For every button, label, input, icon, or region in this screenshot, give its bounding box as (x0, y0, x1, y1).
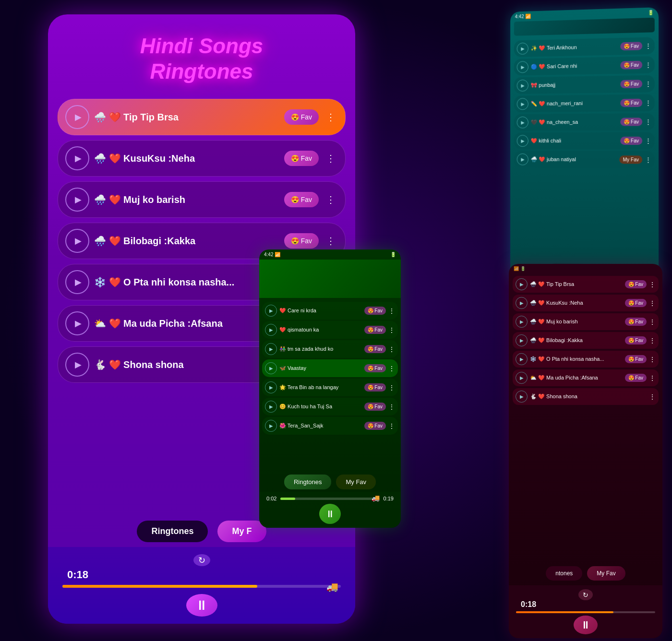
dark-fav-2[interactable]: 😍 Fav (625, 299, 647, 307)
teal-fav-2[interactable]: 😍 Fav (620, 61, 642, 70)
dark-fav-3[interactable]: 😍 Fav (625, 318, 647, 326)
dark-pause-btn[interactable]: ⏸ (574, 616, 598, 634)
play-button-2[interactable] (65, 146, 89, 170)
green-play-3[interactable]: ▶ (265, 343, 277, 355)
more-button-1[interactable]: ⋮ (324, 111, 338, 123)
fav-button-2[interactable]: 😍 Fav (284, 151, 319, 166)
teal-play-1[interactable]: ▶ (517, 43, 528, 55)
green-pause-btn[interactable]: ⏸ (319, 504, 341, 524)
play-button-1[interactable] (65, 105, 89, 129)
green-play-4[interactable]: ▶ (265, 362, 277, 374)
fav-button-4[interactable]: 😍 Fav (284, 233, 319, 249)
teal-play-7[interactable]: ▶ (517, 154, 528, 166)
teal-more-6[interactable]: ⋮ (645, 137, 651, 144)
dark-more-3[interactable]: ⋮ (649, 318, 656, 326)
dark-more-5[interactable]: ⋮ (649, 356, 656, 363)
pause-button[interactable]: ⏸ (186, 594, 217, 617)
dark-time: 0:18 (521, 600, 536, 609)
dark-more-1[interactable]: ⋮ (649, 281, 656, 288)
teal-more-4[interactable]: ⋮ (645, 99, 651, 107)
progress-fill (62, 585, 257, 588)
dark-play-3[interactable]: ▶ (516, 316, 528, 328)
teal-more-5[interactable]: ⋮ (645, 118, 651, 126)
green-ringtones-btn[interactable]: Ringtones (284, 475, 332, 489)
teal-more-1[interactable]: ⋮ (645, 42, 651, 50)
green-fav-1[interactable]: 😍 Fav (364, 307, 386, 315)
green-play-1[interactable]: ▶ (265, 305, 277, 317)
teal-fav-3[interactable]: 😍 Fav (620, 80, 642, 88)
green-fav-3[interactable]: 😍 Fav (364, 345, 386, 353)
play-button-5[interactable] (65, 270, 89, 294)
play-button-4[interactable] (65, 229, 89, 253)
dark-more-6[interactable]: ⋮ (649, 374, 656, 382)
teal-more-2[interactable]: ⋮ (645, 61, 651, 69)
teal-fav-4[interactable]: 😍 Fav (620, 99, 642, 107)
dark-play-4[interactable]: ▶ (516, 334, 528, 346)
fav-button-1[interactable]: 😍 Fav (284, 109, 319, 125)
green-play-2[interactable]: ▶ (265, 324, 277, 336)
green-play-7[interactable]: ▶ (265, 420, 277, 432)
dark-fav-1[interactable]: 😍 Fav (625, 280, 647, 288)
green-progress-bar[interactable]: 🚚 (280, 498, 379, 500)
dark-refresh-btn[interactable]: ↻ (578, 589, 593, 600)
teal-fav-5[interactable]: 😍 Fav (620, 118, 642, 126)
dark-song-2: ▶ 🌧️ ❤️ KusuKsu :Neha 😍 Fav ⋮ (513, 295, 659, 311)
teal-more-7[interactable]: ⋮ (645, 156, 651, 164)
dark-song-3: ▶ 🌧️ ❤️ Muj ko barish 😍 Fav ⋮ (513, 313, 659, 330)
dark-more-4[interactable]: ⋮ (649, 337, 656, 344)
teal-fav-my[interactable]: My Fav (620, 155, 643, 164)
fav-button-3[interactable]: 😍 Fav (284, 192, 319, 207)
dark-play-7[interactable]: ▶ (516, 391, 528, 403)
green-phone-screen: 4:42 📶 🔋 ▶ ❤️ Care ni krda 😍 Fav ⋮ ▶ ❤️ … (259, 249, 401, 528)
dark-more-2[interactable]: ⋮ (649, 299, 656, 307)
more-button-4[interactable]: ⋮ (324, 235, 338, 247)
green-fav-6[interactable]: 😍 Fav (364, 403, 386, 411)
dark-fav-5[interactable]: 😍 Fav (625, 355, 647, 363)
dark-play-6[interactable]: ▶ (516, 372, 528, 384)
teal-fav-1[interactable]: 😍 Fav (620, 42, 642, 50)
green-fav-7[interactable]: 😍 Fav (364, 422, 386, 430)
play-button-3[interactable] (65, 188, 89, 212)
green-song-5: ▶ 🌟 Tera Bin ab na langay 😍 Fav ⋮ (262, 379, 398, 396)
dark-play-1[interactable]: ▶ (516, 278, 528, 290)
green-more-3[interactable]: ⋮ (388, 345, 395, 353)
green-more-1[interactable]: ⋮ (388, 307, 395, 315)
teal-fav-6[interactable]: 😍 Fav (620, 137, 642, 145)
play-button-7[interactable] (65, 353, 89, 377)
green-more-5[interactable]: ⋮ (388, 384, 395, 392)
green-myfav-btn[interactable]: My Fav (336, 475, 376, 489)
teal-song-6: ▶ ❤️ kithli chali 😍 Fav ⋮ (514, 132, 655, 150)
teal-play-3[interactable]: ▶ (517, 80, 528, 92)
dark-myfav-btn[interactable]: My Fav (587, 566, 625, 581)
progress-bar[interactable]: 🚚 (62, 585, 341, 588)
green-play-5[interactable]: ▶ (265, 381, 277, 393)
teal-play-2[interactable]: ▶ (517, 61, 528, 73)
dark-progress-bar[interactable] (516, 611, 655, 613)
green-title-2: ❤️ qismatoun ka (279, 327, 362, 333)
green-more-7[interactable]: ⋮ (388, 422, 395, 430)
ringtones-nav-btn[interactable]: Ringtones (137, 521, 208, 542)
play-button-6[interactable] (65, 311, 89, 335)
green-fav-4[interactable]: 😍 Fav (364, 364, 386, 372)
green-fav-2[interactable]: 😍 Fav (364, 326, 386, 334)
green-more-6[interactable]: ⋮ (388, 403, 395, 411)
teal-play-5[interactable]: ▶ (517, 117, 528, 129)
teal-play-6[interactable]: ▶ (517, 135, 528, 147)
more-button-2[interactable]: ⋮ (324, 153, 338, 164)
teal-more-3[interactable]: ⋮ (645, 80, 651, 87)
dark-play-2[interactable]: ▶ (516, 297, 528, 309)
dark-play-5[interactable]: ▶ (516, 353, 528, 365)
more-button-3[interactable]: ⋮ (324, 194, 338, 205)
green-play-6[interactable]: ▶ (265, 401, 277, 413)
dark-fav-4[interactable]: 😍 Fav (625, 336, 647, 344)
refresh-icon[interactable]: ↻ (193, 554, 210, 566)
green-more-4[interactable]: ⋮ (388, 365, 395, 372)
dark-song-6: ▶ ⛅ ❤️ Ma uda Picha :Afsana 😍 Fav ⋮ (513, 369, 659, 386)
green-fav-5[interactable]: 😍 Fav (364, 383, 386, 392)
green-more-2[interactable]: ⋮ (388, 326, 395, 334)
teal-play-4[interactable]: ▶ (517, 98, 528, 110)
dark-ringtones-btn[interactable]: ntones (546, 566, 582, 581)
dark-fav-6[interactable]: 😍 Fav (625, 374, 647, 382)
dark-more-7[interactable]: ⋮ (649, 393, 656, 401)
time-display: 0:18 (67, 569, 88, 581)
